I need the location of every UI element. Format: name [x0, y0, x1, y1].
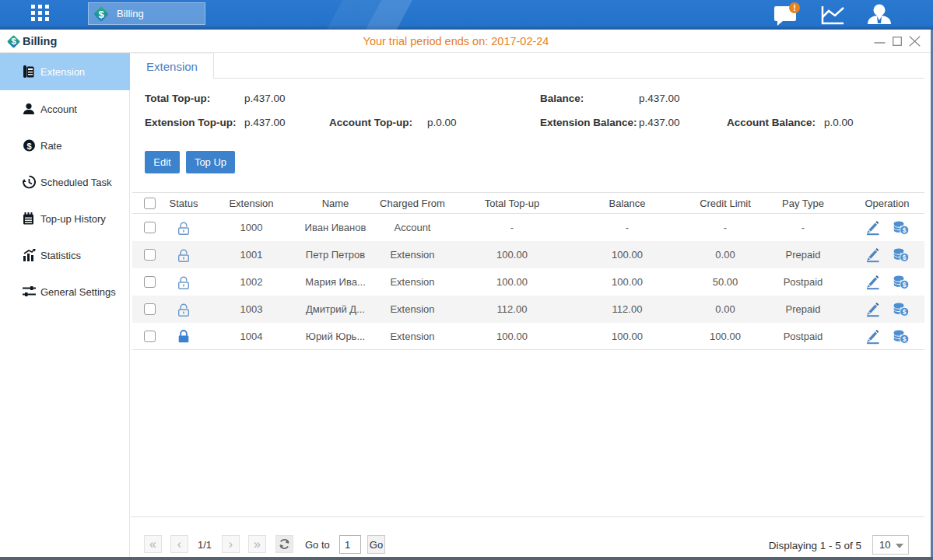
svg-text:$: $: [903, 335, 907, 343]
svg-text:$: $: [26, 141, 31, 150]
svg-text:$: $: [98, 8, 104, 19]
svg-text:$: $: [903, 254, 907, 261]
svg-text:!: !: [793, 3, 796, 12]
svg-text:$: $: [903, 308, 907, 316]
svg-text:$: $: [903, 226, 907, 234]
svg-text:$: $: [903, 281, 907, 289]
